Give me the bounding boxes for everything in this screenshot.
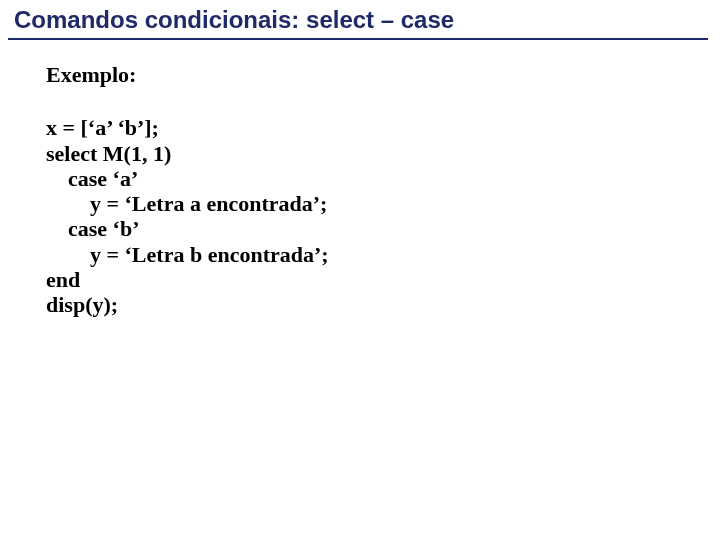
example-label: Exemplo: [46, 62, 720, 87]
slide: Comandos condicionais: select – case Exe… [0, 0, 720, 540]
slide-body: Exemplo: x = [‘a’ ‘b’]; select M(1, 1) c… [0, 40, 720, 318]
slide-title: Comandos condicionais: select – case [0, 0, 720, 38]
code-block: x = [‘a’ ‘b’]; select M(1, 1) case ‘a’ y… [46, 115, 720, 317]
